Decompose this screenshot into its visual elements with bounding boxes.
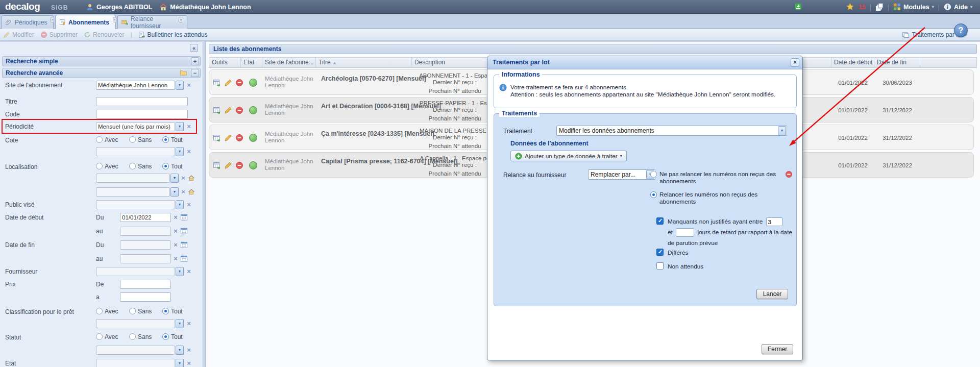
clear-icon[interactable]: × [172, 227, 179, 235]
clear-icon[interactable]: × [185, 123, 192, 131]
public-vise-select[interactable] [96, 200, 175, 209]
code-input[interactable] [96, 110, 188, 119]
current-site[interactable]: Médiathèque John Lennon [159, 3, 251, 11]
classification-select[interactable] [96, 319, 175, 328]
localisation-select[interactable] [96, 187, 170, 197]
date-debut-au-input[interactable] [120, 227, 171, 236]
close-tab-icon[interactable]: × [179, 17, 183, 22]
collapse-section-button[interactable]: − [191, 69, 199, 77]
delete-minus-icon[interactable] [235, 79, 243, 87]
delete-minus-icon[interactable] [235, 106, 243, 114]
dropdown-arrow-icon[interactable]: ▾ [176, 147, 184, 156]
close-icon[interactable]: × [791, 58, 799, 67]
supprimer-button[interactable]: Supprimer [40, 31, 78, 38]
edit-pencil-icon[interactable] [224, 161, 232, 169]
ajouter-type-donnee-button[interactable]: Ajouter un type de donnée à traiter ▾ [510, 151, 627, 161]
column-header-etat[interactable]: Etat [241, 58, 262, 67]
statut-select[interactable] [96, 346, 175, 355]
prix-de-input[interactable] [120, 280, 171, 289]
save-session-icon[interactable] [794, 3, 802, 11]
site-picker-icon[interactable] [188, 175, 195, 182]
localisation-select[interactable] [96, 174, 170, 183]
radio-relancer[interactable] [650, 191, 657, 198]
folder-icon[interactable] [180, 69, 187, 77]
clear-icon[interactable]: × [172, 213, 179, 222]
dropdown-arrow-icon[interactable]: ▾ [176, 81, 184, 90]
dropdown-arrow-icon[interactable]: ▾ [176, 319, 184, 328]
clear-icon[interactable]: × [172, 241, 179, 249]
checkbox-manquants[interactable] [656, 217, 664, 225]
edit-pencil-icon[interactable] [224, 134, 232, 142]
help-button[interactable]: ? [954, 23, 968, 37]
cote-select[interactable] [96, 147, 175, 156]
dropdown-arrow-icon[interactable]: ▾ [176, 267, 184, 276]
clear-icon[interactable]: × [180, 174, 187, 182]
radio-avec[interactable] [96, 308, 103, 314]
calendar-icon[interactable] [180, 227, 188, 235]
column-header-site[interactable]: Site de l'abonne... [262, 58, 316, 67]
radio-avec[interactable] [96, 163, 103, 169]
open-subscription-icon[interactable] [213, 106, 221, 114]
delete-minus-icon[interactable] [235, 134, 243, 142]
renouveler-button[interactable]: Renouveler [84, 31, 124, 38]
column-header-date-fin[interactable]: Date de fin [874, 58, 920, 67]
dropdown-arrow-icon[interactable]: ▾ [176, 359, 184, 367]
favorites-icon[interactable] [846, 3, 854, 11]
site-select[interactable]: Médiathèque John Lennon [96, 81, 175, 90]
dialog-titlebar[interactable]: Traitements par lot × [487, 56, 802, 69]
radio-tout[interactable] [162, 136, 169, 143]
checkbox-differes[interactable] [656, 249, 664, 256]
modules-menu[interactable]: Modules ▾ [893, 3, 934, 11]
dropdown-arrow-icon[interactable]: ▾ [176, 122, 184, 131]
clear-icon[interactable]: × [185, 201, 192, 209]
column-header-date-debut[interactable]: Date de début [831, 58, 874, 67]
radio-sans[interactable] [129, 163, 136, 169]
recherche-avancee-header[interactable]: Recherche avancée [2, 68, 201, 78]
open-subscription-icon[interactable] [213, 79, 221, 87]
dropdown-arrow-icon[interactable]: ▾ [176, 346, 184, 355]
dropdown-arrow-icon[interactable]: ▾ [176, 200, 184, 209]
clear-icon[interactable]: × [185, 359, 192, 367]
tab-relance-fournisseur[interactable]: Relance fournisseur × [117, 15, 187, 29]
radio-ne-pas-relancer[interactable] [650, 171, 657, 178]
column-header-titre[interactable]: Titre ▲ [316, 58, 412, 67]
delete-minus-icon[interactable] [235, 161, 243, 169]
radio-tout[interactable] [162, 163, 169, 169]
fournisseur-select[interactable] [96, 267, 175, 276]
checkbox-non-attendus[interactable] [656, 262, 664, 270]
relance-select[interactable]: Remplacer par... ▾ [588, 169, 655, 180]
titre-input[interactable] [96, 97, 188, 106]
close-tab-icon[interactable]: × [113, 17, 116, 22]
clear-icon[interactable]: × [180, 188, 187, 196]
calendar-icon[interactable] [180, 255, 188, 262]
etat-select[interactable] [96, 359, 175, 367]
column-header-outils[interactable]: Outils [209, 58, 241, 67]
recherche-simple-header[interactable]: Recherche simple [2, 56, 201, 66]
radio-sans[interactable] [129, 333, 136, 340]
current-user[interactable]: Georges ABITBOL [86, 3, 152, 11]
edit-pencil-icon[interactable] [224, 106, 232, 114]
radio-avec[interactable] [96, 333, 103, 340]
open-subscription-icon[interactable] [213, 161, 221, 169]
calendar-icon[interactable] [180, 241, 188, 249]
bulletiner-button[interactable]: Bulletiner les attendus [138, 31, 208, 38]
clear-icon[interactable]: × [172, 255, 179, 263]
clear-icon[interactable]: × [185, 320, 192, 328]
radio-tout[interactable] [162, 308, 169, 314]
radio-sans[interactable] [129, 136, 136, 143]
date-fin-du-input[interactable] [120, 240, 171, 250]
aide-menu[interactable]: Aide ▾ [944, 3, 972, 11]
manquants-max-input[interactable] [676, 228, 694, 237]
date-debut-du-input[interactable] [120, 213, 171, 222]
radio-tout[interactable] [162, 333, 169, 340]
clear-icon[interactable]: × [185, 148, 192, 156]
tab-periodiques[interactable]: Périodiques × [2, 15, 54, 29]
manquants-min-input[interactable] [766, 217, 782, 226]
fermer-button[interactable]: Fermer [762, 344, 793, 354]
tab-abonnements[interactable]: Abonnements × [55, 15, 116, 29]
modifier-button[interactable]: Modifier [3, 31, 34, 38]
collapse-panel-button[interactable]: « [190, 44, 198, 52]
site-picker-icon[interactable] [188, 188, 195, 195]
radio-avec[interactable] [96, 136, 103, 143]
lancer-button[interactable]: Lancer [756, 289, 788, 299]
